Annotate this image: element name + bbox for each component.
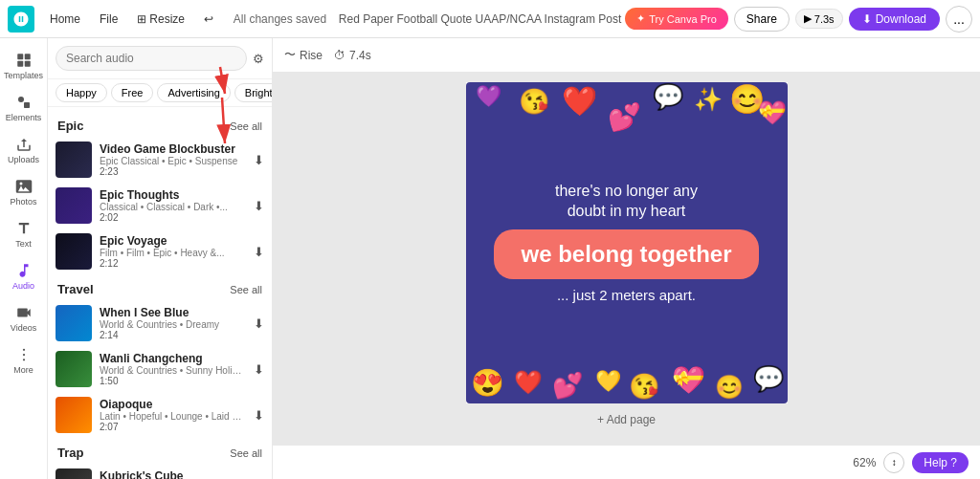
emoji-stars: ✨ bbox=[694, 86, 723, 113]
emoji-pink-hearts: 💕 bbox=[608, 101, 641, 133]
undo-button[interactable]: ↩ bbox=[196, 9, 221, 30]
emoji-bot-heart: ❤️ bbox=[514, 369, 543, 396]
sidebar-item-more[interactable]: More bbox=[3, 340, 45, 381]
tag-advertising[interactable]: Advertising bbox=[157, 83, 230, 102]
svg-point-7 bbox=[22, 354, 24, 356]
audio-duration: 2:12 bbox=[100, 258, 246, 269]
trap-section-title: Trap bbox=[57, 446, 83, 460]
sidebar-item-templates[interactable]: Templates bbox=[3, 46, 45, 86]
trap-see-all[interactable]: See all bbox=[230, 447, 262, 459]
audio-thumb bbox=[56, 468, 92, 479]
audio-duration: 2:23 bbox=[100, 166, 246, 177]
play-icon: ▶ bbox=[804, 12, 812, 25]
audio-info: Oiapoque Latin • Hopeful • Lounge • Laid… bbox=[100, 398, 246, 432]
audio-item-epic-thoughts[interactable]: Epic Thoughts Classical • Classical • Da… bbox=[48, 183, 272, 229]
search-input[interactable] bbox=[56, 46, 247, 71]
main-layout: Templates Elements Uploads Photos Text A… bbox=[0, 38, 980, 479]
duration-button[interactable]: ⏱ 7.4s bbox=[334, 49, 371, 62]
audio-panel: ⚙ Happy Free Advertising Bright › Epic S… bbox=[48, 38, 273, 479]
audio-duration: 1:50 bbox=[100, 376, 246, 386]
clock-icon: ⏱ bbox=[334, 49, 345, 62]
sidebar-item-uploads[interactable]: Uploads bbox=[3, 130, 45, 170]
canvas-scroll[interactable]: ⧉ ⊞ ⬆ 💜 😘 ❤️ 💕 💬 ✨ 😊 💝 bbox=[273, 73, 980, 445]
sidebar-item-label: More bbox=[13, 365, 33, 375]
resize-button[interactable]: ⊞ Resize bbox=[129, 9, 192, 30]
audio-title: Epic Thoughts bbox=[100, 188, 246, 202]
zoom-level: 62% bbox=[853, 456, 876, 469]
share-button[interactable]: Share bbox=[734, 7, 790, 32]
emoji-heart-red: ❤️ bbox=[562, 84, 597, 118]
filter-button[interactable]: ⚙ bbox=[253, 52, 264, 66]
travel-section-title: Travel bbox=[57, 282, 94, 296]
sidebar-item-label: Photos bbox=[10, 197, 36, 207]
audio-thumb bbox=[56, 142, 92, 178]
audio-info: Video Game Blockbuster Epic Classical • … bbox=[100, 142, 246, 177]
audio-tags: Classical • Classical • Dark •... bbox=[100, 202, 246, 212]
design-canvas[interactable]: 💜 😘 ❤️ 💕 💬 ✨ 😊 💝 😍 ❤️ 💕 💛 😘 bbox=[466, 82, 788, 403]
tag-bright[interactable]: Bright bbox=[234, 83, 272, 102]
star-icon: ✦ bbox=[636, 12, 645, 25]
svg-point-8 bbox=[22, 359, 24, 360]
audio-item-epic-voyage[interactable]: Epic Voyage Film • Film • Epic • Heavy &… bbox=[48, 229, 272, 274]
status-bar: 62% ↕ Help ? bbox=[273, 445, 980, 479]
audio-download-button[interactable]: ⬇ bbox=[254, 199, 264, 213]
icon-sidebar: Templates Elements Uploads Photos Text A… bbox=[0, 38, 48, 479]
sidebar-item-label: Audio bbox=[12, 281, 34, 291]
emoji-kiss: 😘 bbox=[519, 87, 549, 117]
audio-item-oiapoque[interactable]: Oiapoque Latin • Hopeful • Lounge • Laid… bbox=[48, 392, 272, 438]
travel-see-all[interactable]: See all bbox=[230, 284, 262, 295]
sidebar-item-photos[interactable]: Photos bbox=[3, 172, 45, 212]
saved-status: All changes saved bbox=[234, 12, 326, 26]
audio-thumb bbox=[56, 351, 92, 387]
audio-download-button[interactable]: ⬇ bbox=[254, 153, 264, 167]
audio-title: Wanli Changcheng bbox=[100, 352, 246, 365]
audio-download-button[interactable]: ⬇ bbox=[254, 316, 264, 331]
epic-see-all[interactable]: See all bbox=[230, 120, 262, 132]
home-button[interactable]: Home bbox=[42, 9, 88, 30]
canvas-text-area: there's no longer any doubt in my heart … bbox=[494, 182, 758, 303]
topbar-center: All changes saved bbox=[225, 12, 335, 26]
audio-title: Epic Voyage bbox=[100, 234, 246, 248]
zoom-out-button[interactable]: ↕ bbox=[883, 452, 904, 473]
audio-item-kubricks-cube[interactable]: Kubrick's Cube Hip Hop • Dark • Mysterio… bbox=[48, 464, 272, 479]
sidebar-item-videos[interactable]: Videos bbox=[3, 298, 45, 338]
svg-rect-0 bbox=[17, 54, 23, 59]
search-bar: ⚙ bbox=[48, 38, 272, 79]
canvas-main-text[interactable]: we belong together bbox=[494, 229, 758, 279]
travel-section-header: Travel See all bbox=[48, 274, 272, 300]
svg-rect-3 bbox=[24, 61, 30, 67]
trap-section-header: Trap See all bbox=[48, 438, 272, 464]
sidebar-item-label: Videos bbox=[11, 323, 36, 333]
wave-icon: 〜 bbox=[284, 47, 296, 63]
sidebar-item-elements[interactable]: Elements bbox=[3, 88, 45, 128]
emoji-chat-hearts: 💬 bbox=[653, 82, 683, 112]
canvas-frame[interactable]: ⧉ ⊞ ⬆ 💜 😘 ❤️ 💕 💬 ✨ 😊 💝 bbox=[466, 82, 788, 403]
sidebar-item-audio[interactable]: Audio bbox=[3, 256, 45, 296]
rise-button[interactable]: 〜 Rise bbox=[284, 47, 323, 63]
file-button[interactable]: File bbox=[92, 9, 125, 30]
sidebar-item-text[interactable]: Text bbox=[3, 214, 45, 254]
more-options-button[interactable]: ... bbox=[946, 6, 972, 33]
sidebar-item-label: Elements bbox=[6, 113, 42, 122]
audio-info: Epic Thoughts Classical • Classical • Da… bbox=[100, 188, 246, 223]
audio-download-button[interactable]: ⬇ bbox=[254, 408, 264, 423]
tag-filters: Happy Free Advertising Bright › bbox=[48, 79, 272, 107]
tag-free[interactable]: Free bbox=[111, 83, 154, 102]
audio-download-button[interactable]: ⬇ bbox=[254, 245, 264, 259]
emoji-bot-yellow: 💛 bbox=[595, 369, 621, 394]
audio-duration: 2:07 bbox=[100, 422, 246, 432]
audio-item-video-game-blockbuster[interactable]: Video Game Blockbuster Epic Classical • … bbox=[48, 137, 272, 183]
audio-download-button[interactable]: ⬇ bbox=[254, 362, 264, 377]
sidebar-item-label: Uploads bbox=[8, 155, 39, 164]
audio-title: Kubrick's Cube bbox=[100, 469, 246, 479]
audio-duration: 2:14 bbox=[100, 330, 246, 340]
download-button[interactable]: ⬇ Download bbox=[849, 8, 940, 31]
emoji-heart-purple: 💜 bbox=[476, 84, 501, 109]
audio-item-wanli[interactable]: Wanli Changcheng World & Countries • Sun… bbox=[48, 346, 272, 392]
audio-item-when-i-see-blue[interactable]: When I See Blue World & Countries • Drea… bbox=[48, 300, 272, 346]
tag-happy[interactable]: Happy bbox=[56, 83, 107, 102]
emoji-bot-chat: 💬 bbox=[753, 364, 784, 394]
try-canva-button[interactable]: ✦ Try Canva Pro bbox=[625, 8, 728, 30]
add-page-button[interactable]: + Add page bbox=[588, 403, 665, 436]
help-button[interactable]: Help ? bbox=[912, 452, 969, 473]
